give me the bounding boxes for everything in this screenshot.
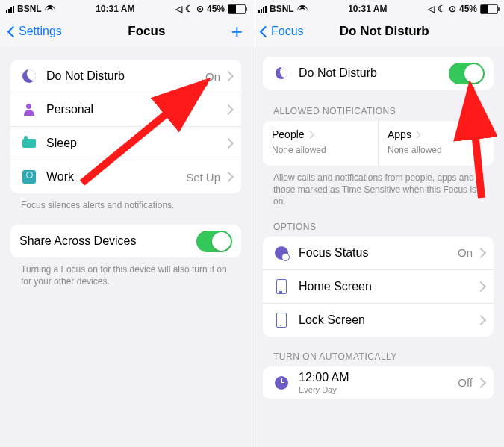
clock: 10:31 AM [96,4,134,14]
chevron-right-icon [476,281,486,291]
mode-sleep[interactable]: Sleep [10,127,241,160]
chevron-right-icon [476,377,486,387]
allowed-card: People None allowed Apps None allowed [263,121,494,166]
add-button[interactable]: + [231,22,243,41]
page-title: Focus [128,24,165,39]
option-home-screen[interactable]: Home Screen [263,270,494,304]
share-across-devices[interactable]: Share Across Devices [10,225,241,257]
mode-work[interactable]: Work Set Up [10,160,241,193]
battery-icon [480,4,498,14]
carrier-label: BSNL [270,4,294,14]
schedule-card: 12:00 AM Every Day Off [263,366,494,399]
screen-do-not-disturb: BSNL 10:31 AM ◁ ☾ ⊙ 45% Focus Do Not Dis… [252,0,504,447]
location-icon: ◁ [175,4,182,14]
bed-icon [22,139,36,148]
chevron-left-icon [7,25,19,37]
chevron-right-icon [413,131,420,138]
modes-footer: Focus silences alerts and notifications. [10,193,241,225]
chevron-right-icon [223,138,234,149]
wifi-icon [297,5,308,13]
dnd-toggle-card: Do Not Disturb [263,57,494,90]
chevron-left-icon [260,25,272,37]
page-title: Do Not Disturb [340,24,429,39]
option-lock-screen[interactable]: Lock Screen [263,304,494,337]
clock-icon [275,376,288,390]
content: Do Not Disturb ALLOWED NOTIFICATIONS Peo… [252,46,504,447]
schedule-row[interactable]: 12:00 AM Every Day Off [263,366,494,399]
allowed-people[interactable]: People None allowed [263,121,379,166]
lock-screen-icon [276,313,287,328]
battery-pct: 45% [459,4,477,14]
signal-icon [258,6,267,13]
screen-focus: BSNL 10:31 AM ◁ ☾ ⊙ 45% Settings Focus +… [0,0,252,447]
status-bar: BSNL 10:31 AM ◁ ☾ ⊙ 45% [252,0,504,16]
chevron-right-icon [476,247,486,257]
back-button[interactable]: Focus [261,25,304,38]
share-toggle[interactable] [196,231,232,252]
moon-icon [276,67,287,79]
chevron-right-icon [476,314,486,325]
carrier-label: BSNL [17,4,42,14]
nav-bar: Settings Focus + [0,16,252,46]
wifi-icon [45,5,55,13]
dnd-moon-icon: ☾ [185,4,193,14]
status-bar: BSNL 10:31 AM ◁ ☾ ⊙ 45% [0,0,252,16]
dnd-toggle-row[interactable]: Do Not Disturb [263,57,494,90]
mode-do-not-disturb[interactable]: Do Not Disturb On [10,60,241,93]
alarm-icon: ⊙ [449,4,456,14]
chevron-right-icon [223,71,234,81]
moon-icon [22,69,36,83]
battery-pct: 45% [207,4,225,14]
alarm-icon: ⊙ [196,4,204,14]
allowed-footer: Allow calls and notifications from peopl… [263,166,494,222]
option-focus-status[interactable]: Focus Status On [263,237,494,270]
back-label: Settings [19,25,62,38]
focus-modes-list: Do Not Disturb On Personal Sleep Work Se… [10,60,241,193]
auto-header: TURN ON AUTOMATICALLY [263,351,494,366]
clock: 10:31 AM [348,4,387,14]
home-screen-icon [276,279,287,294]
options-header: OPTIONS [263,222,494,237]
dnd-moon-icon: ☾ [438,4,446,14]
content: Do Not Disturb On Personal Sleep Work Se… [0,46,252,447]
person-icon [23,104,35,116]
chevron-right-icon [306,131,314,138]
chevron-right-icon [223,172,234,182]
mode-personal[interactable]: Personal [10,93,241,127]
allowed-header: ALLOWED NOTIFICATIONS [263,106,494,121]
share-footer: Turning a Focus on for this device will … [10,257,241,301]
back-label: Focus [271,25,304,38]
allowed-apps[interactable]: Apps None allowed [379,121,494,166]
status-icon [275,246,288,260]
back-button[interactable]: Settings [9,25,62,38]
share-card: Share Across Devices [10,225,241,257]
signal-icon [6,6,14,13]
nav-bar: Focus Do Not Disturb [252,16,504,46]
badge-icon [22,170,36,184]
battery-icon [228,4,246,14]
dnd-toggle[interactable] [449,63,485,84]
chevron-right-icon [223,104,234,115]
location-icon: ◁ [428,4,435,14]
options-card: Focus Status On Home Screen Lock Screen [263,237,494,337]
